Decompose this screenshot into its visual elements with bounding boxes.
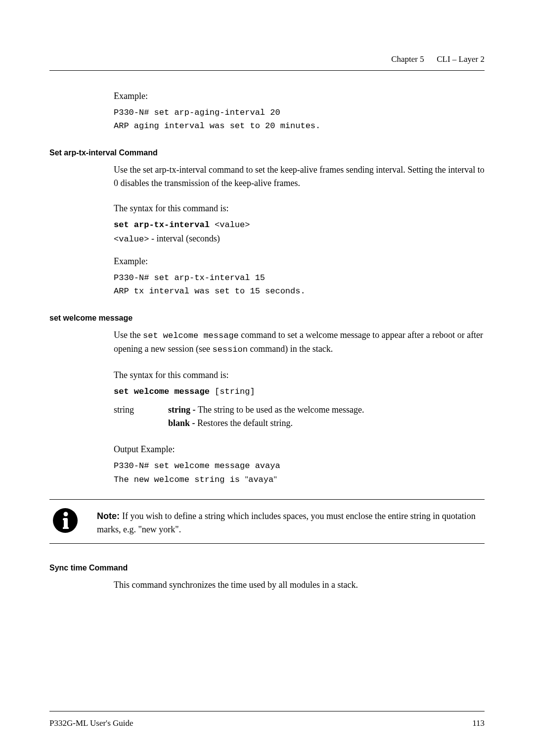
note-body: If you wish to define a string which inc… [97, 511, 476, 534]
section-heading-sync: Sync time Command [49, 564, 485, 572]
syntax-label: The syntax for this command is: [114, 202, 485, 215]
page-footer: P332G-ML User's Guide 113 [49, 711, 485, 728]
code-line: ARP tx interval was set to 15 seconds. [114, 284, 485, 298]
syntax-rest: [string] [210, 387, 255, 396]
page-header: Chapter 5 CLI – Layer 2 [49, 54, 485, 64]
footer-left: P332G-ML User's Guide [49, 718, 134, 728]
footer-divider [49, 711, 485, 711]
code-line: The new welcome string is "avaya" [114, 472, 485, 486]
section-para: Use the set arp-tx-interval command to s… [114, 163, 485, 190]
definition-row: string string - The string to be used as… [114, 403, 485, 433]
def-text: Restores the default string. [197, 418, 293, 428]
section-body-welcome: Use the set welcome message command to s… [114, 329, 485, 486]
header-divider [49, 70, 485, 71]
section-para: This command synchronizes the time used … [114, 578, 485, 592]
code-pre: The new welcome string is [114, 475, 245, 484]
value-code: <value> [114, 235, 149, 244]
para-text: command) in the stack. [248, 344, 333, 354]
code-mid: avaya [248, 475, 273, 484]
syntax-rest: <value> [210, 220, 250, 230]
footer-row: P332G-ML User's Guide 113 [49, 718, 485, 728]
def-text: The string to be used as the welcome mes… [198, 405, 364, 415]
example-block-1: Example: P330-N# set arp-aging-interval … [114, 90, 485, 133]
section-body-arp-tx: Use the set arp-tx-interval command to s… [114, 163, 485, 298]
quote: " [273, 474, 277, 484]
def-bold: string - [168, 405, 198, 415]
section-body-sync: This command synchronizes the time used … [114, 578, 485, 592]
output-label: Output Example: [114, 443, 485, 456]
def-desc: string - The string to be used as the we… [168, 403, 485, 430]
syntax-label: The syntax for this command is: [114, 369, 485, 382]
syntax-command: set arp-tx-interval <value> [114, 218, 485, 232]
def-term: string [114, 403, 168, 430]
note-text: Note: If you wish to define a string whi… [97, 507, 485, 536]
svg-point-1 [64, 512, 68, 517]
value-description: <value> - interval (seconds) [114, 232, 485, 246]
example-label: Example: [114, 255, 485, 268]
chapter-label: Chapter 5 [391, 54, 424, 64]
para-text: Use the [114, 330, 143, 340]
example-label: Example: [114, 90, 485, 103]
code-line: P330-N# set welcome message avaya [114, 459, 485, 472]
note-label: Note: [97, 511, 122, 521]
value-rest: - interval (seconds) [149, 234, 220, 243]
syntax-command: set welcome message [string] [114, 385, 485, 398]
page-number: 113 [472, 718, 485, 728]
syntax-bold: set welcome message [114, 387, 210, 396]
code-line: ARP aging interval was set to 20 minutes… [114, 119, 485, 133]
syntax-bold: set arp-tx-interval [114, 220, 210, 230]
note-block: Note: If you wish to define a string whi… [49, 499, 485, 544]
section-para: Use the set welcome message command to s… [114, 329, 485, 356]
section-heading-arp-tx: Set arp-tx-interval Command [49, 148, 485, 157]
code-line: P330-N# set arp-tx-interval 15 [114, 271, 485, 284]
info-icon [51, 507, 79, 534]
para-code: session [212, 345, 247, 354]
para-code: set welcome message [143, 331, 239, 340]
chapter-title: CLI – Layer 2 [437, 54, 485, 64]
section-heading-welcome: set welcome message [49, 314, 485, 323]
code-line: P330-N# set arp-aging-interval 20 [114, 106, 485, 119]
def-bold: blank - [168, 418, 197, 428]
